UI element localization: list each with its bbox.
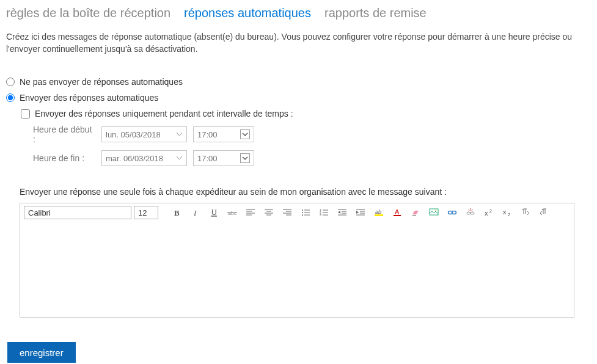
rtl-button[interactable] (536, 206, 552, 219)
radio-dont-send-label: Ne pas envoyer de réponses automatiques (20, 77, 183, 87)
svg-text:I: I (193, 208, 197, 217)
font-size-value: 12 (138, 208, 147, 217)
start-time-select[interactable]: 17:00 (193, 126, 254, 142)
svg-text:2: 2 (508, 213, 510, 217)
radio-dont-send[interactable] (6, 78, 15, 86)
svg-point-47 (467, 212, 471, 214)
interval-checkbox[interactable] (21, 109, 30, 118)
page-description: Créez ici des messages de réponse automa… (6, 31, 574, 55)
message-section-label: Envoyer une réponse une seule fois à cha… (20, 187, 591, 197)
unlink-button[interactable] (463, 206, 478, 219)
radio-send[interactable] (6, 93, 15, 102)
radio-dont-send-row: Ne pas envoyer de réponses automatiques (6, 77, 591, 87)
svg-text:B: B (174, 208, 180, 217)
start-time-value: 17:00 (197, 130, 218, 139)
svg-text:x: x (503, 208, 507, 216)
link-button[interactable] (444, 206, 460, 219)
numbered-list-button[interactable]: 123 (316, 206, 332, 219)
indent-button[interactable] (353, 206, 368, 219)
bullet-list-button[interactable] (298, 206, 313, 219)
strikethrough-button[interactable]: abc (224, 206, 240, 219)
interval-check-row: Envoyer des réponses uniquement pendant … (21, 109, 591, 118)
align-center-button[interactable] (261, 206, 277, 219)
svg-line-50 (469, 209, 469, 211)
rich-text-editor: Calibri 12 B I U abc 123 ab A x2 x2 (20, 203, 574, 318)
end-time-label: Heure de fin : (33, 153, 95, 163)
svg-rect-39 (375, 214, 383, 216)
start-time-row: Heure de début : lun. 05/03/2018 17:00 (33, 125, 591, 144)
clear-formatting-button[interactable] (408, 206, 423, 219)
end-date-value: mar. 06/03/2018 (106, 154, 163, 163)
end-time-value: 17:00 (197, 154, 218, 163)
tab-delivery-reports[interactable]: rapports de remise (324, 6, 427, 20)
font-size-select[interactable]: 12 (134, 206, 158, 219)
svg-point-44 (435, 210, 436, 211)
end-time-row: Heure de fin : mar. 06/03/2018 17:00 (33, 150, 591, 166)
settings-tabs: règles de la boîte de réception réponses… (6, 6, 591, 20)
svg-rect-41 (394, 215, 401, 216)
start-date-value: lun. 05/03/2018 (106, 130, 161, 139)
italic-button[interactable]: I (188, 206, 203, 219)
editor-toolbar: Calibri 12 B I U abc 123 ab A x2 x2 (20, 203, 574, 222)
svg-point-20 (302, 212, 303, 213)
svg-text:abc: abc (228, 210, 237, 216)
chevron-down-icon (240, 129, 250, 139)
end-time-select[interactable]: 17:00 (193, 150, 254, 166)
highlight-button[interactable]: ab (371, 206, 387, 219)
end-date-select[interactable]: mar. 06/03/2018 (101, 150, 187, 166)
interval-checkbox-label: Envoyer des réponses uniquement pendant … (35, 109, 293, 118)
bold-button[interactable]: B (169, 206, 185, 219)
svg-text:ab: ab (375, 209, 381, 215)
start-time-label: Heure de début : (33, 125, 95, 144)
insert-image-button[interactable] (426, 206, 442, 219)
align-right-button[interactable] (279, 206, 295, 219)
radio-send-row: Envoyer des réponses automatiques (6, 93, 591, 103)
ltr-button[interactable] (518, 206, 533, 219)
svg-text:3: 3 (320, 213, 321, 216)
tab-inbox-rules[interactable]: règles de la boîte de réception (6, 6, 170, 20)
message-textarea[interactable] (20, 222, 574, 317)
svg-point-48 (471, 212, 474, 214)
outdent-button[interactable] (334, 206, 350, 219)
subscript-button[interactable]: x2 (499, 206, 515, 219)
start-date-select[interactable]: lun. 05/03/2018 (101, 126, 187, 142)
save-button[interactable]: enregistrer (7, 342, 76, 363)
font-family-value: Calibri (28, 208, 51, 217)
svg-line-51 (472, 209, 472, 211)
svg-point-18 (302, 209, 303, 211)
chevron-down-icon (175, 131, 183, 138)
svg-point-22 (302, 214, 303, 216)
font-family-select[interactable]: Calibri (24, 206, 131, 219)
underline-button[interactable]: U (206, 206, 222, 219)
svg-text:2: 2 (489, 209, 492, 213)
align-left-button[interactable] (243, 206, 258, 219)
tab-auto-replies[interactable]: réponses automatiques (184, 6, 311, 20)
chevron-down-icon (240, 153, 250, 163)
superscript-button[interactable]: x2 (481, 206, 497, 219)
font-color-button[interactable]: A (389, 206, 405, 219)
svg-text:U: U (211, 208, 217, 217)
chevron-down-icon (175, 155, 183, 162)
radio-send-label: Envoyer des réponses automatiques (20, 93, 158, 103)
svg-text:A: A (395, 208, 400, 216)
svg-text:x: x (485, 209, 488, 217)
